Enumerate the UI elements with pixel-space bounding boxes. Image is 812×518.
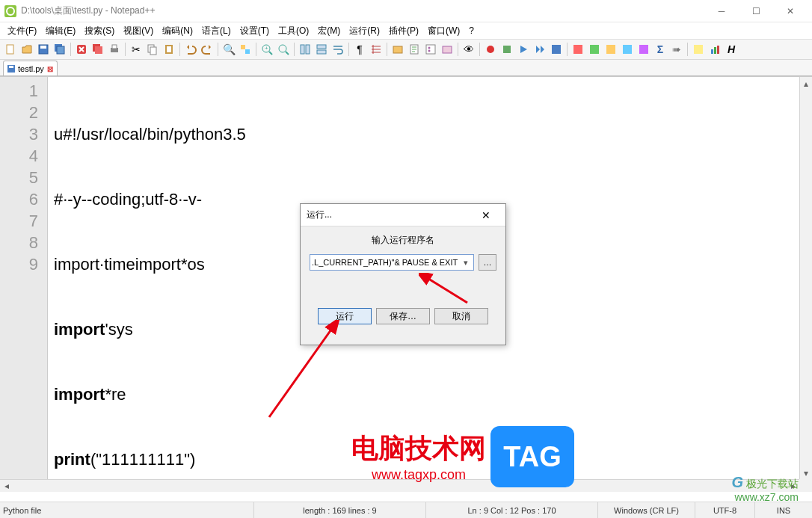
monitor-icon[interactable]: 👁: [461, 42, 476, 57]
find-icon[interactable]: 🔍: [221, 42, 236, 57]
menu-search[interactable]: 搜索(S): [80, 24, 119, 38]
style1-icon[interactable]: [570, 42, 585, 57]
svg-rect-37: [694, 45, 703, 54]
code-line: u#!/usr/local/bin/python3.5: [54, 123, 793, 145]
status-insert-mode[interactable]: INS: [755, 502, 812, 518]
tab-label: testl.py: [18, 64, 44, 73]
watermark2-name: 极光下载站: [746, 478, 799, 490]
chevron-down-icon[interactable]: ▾: [460, 258, 472, 268]
style2-icon[interactable]: [587, 42, 602, 57]
svg-rect-15: [245, 49, 250, 54]
close-file-icon[interactable]: [74, 42, 89, 57]
menu-run[interactable]: 运行(R): [345, 24, 384, 38]
folder-tree-icon[interactable]: [440, 42, 455, 57]
save-run-button[interactable]: 保存…: [376, 308, 430, 324]
folder-panel-icon[interactable]: [390, 42, 405, 57]
fx-icon[interactable]: [691, 42, 706, 57]
menu-help[interactable]: ?: [464, 25, 479, 37]
tab-close-icon[interactable]: ⊠: [46, 65, 54, 73]
menu-encoding[interactable]: 编码(N): [158, 24, 197, 38]
undo-icon[interactable]: [183, 42, 198, 57]
style5-icon[interactable]: [636, 42, 651, 57]
watermark-logo-icon: G: [732, 474, 744, 490]
svg-rect-38: [711, 49, 713, 54]
sync-v-icon[interactable]: [298, 42, 313, 57]
run-button[interactable]: 运行: [318, 308, 372, 324]
record-icon[interactable]: [483, 42, 498, 57]
svg-text:+: +: [265, 45, 268, 52]
menu-macro[interactable]: 宏(M): [313, 24, 345, 38]
scroll-corner: [799, 479, 812, 492]
save-all-icon[interactable]: [52, 42, 67, 57]
cut-icon[interactable]: ✂: [129, 42, 144, 57]
status-filetype: Python file: [0, 502, 254, 518]
menu-settings[interactable]: 设置(T): [236, 24, 274, 38]
svg-rect-35: [623, 45, 632, 54]
stop-icon[interactable]: [499, 42, 514, 57]
line-number: 9: [0, 253, 38, 275]
run-command-combo[interactable]: .L_CURRENT_PATH)"& PAUSE & EXIT ▾: [310, 254, 474, 271]
file-tab[interactable]: testl.py ⊠: [3, 61, 58, 75]
function-list-icon[interactable]: [423, 42, 438, 57]
watermark-tag: TAG: [490, 426, 574, 487]
menu-language[interactable]: 语言(L): [197, 24, 236, 38]
status-bar: Python file length : 169 lines : 9 Ln : …: [0, 502, 812, 518]
svg-rect-33: [590, 45, 599, 54]
play-icon[interactable]: [516, 42, 531, 57]
style4-icon[interactable]: [620, 42, 635, 57]
save-icon[interactable]: [36, 42, 51, 57]
line-number: 1: [0, 80, 38, 102]
convert-case-icon[interactable]: Σ: [653, 42, 668, 57]
svg-rect-36: [639, 45, 648, 54]
scroll-down-icon[interactable]: ▾: [800, 466, 812, 479]
window-titlebar: D:\tools\桌面\testl.py - Notepad++ ─ ☐ ✕: [0, 0, 812, 22]
comment-icon[interactable]: ➠: [669, 42, 684, 57]
new-file-icon[interactable]: [3, 42, 18, 57]
copy-icon[interactable]: [145, 42, 160, 57]
maximize-button[interactable]: ☐: [739, 0, 773, 22]
svg-rect-13: [167, 46, 171, 52]
wrap-icon[interactable]: [330, 42, 345, 57]
status-eol[interactable]: Windows (CR LF): [598, 502, 695, 518]
browse-button[interactable]: …: [479, 254, 496, 271]
scroll-up-icon[interactable]: ▴: [800, 77, 812, 90]
svg-point-29: [487, 46, 494, 53]
dialog-close-button[interactable]: ✕: [473, 206, 499, 224]
watermark-site2: G 极光下载站 www.xz7.com: [732, 474, 799, 503]
open-file-icon[interactable]: [19, 42, 34, 57]
redo-icon[interactable]: [200, 42, 215, 57]
chart-icon[interactable]: [707, 42, 722, 57]
svg-rect-40: [717, 46, 719, 54]
close-button[interactable]: ✕: [773, 0, 808, 22]
doc-map-icon[interactable]: [407, 42, 422, 57]
menu-bar: 文件(F) 编辑(E) 搜索(S) 视图(V) 编码(N) 语言(L) 设置(T…: [0, 22, 812, 39]
indent-guide-icon[interactable]: [369, 42, 384, 57]
save-macro-icon[interactable]: [549, 42, 564, 57]
menu-file[interactable]: 文件(F): [3, 24, 41, 38]
minimize-button[interactable]: ─: [704, 0, 739, 22]
style3-icon[interactable]: [603, 42, 618, 57]
status-encoding[interactable]: UTF-8: [695, 502, 755, 518]
hex-icon[interactable]: H: [724, 42, 739, 57]
svg-rect-30: [503, 46, 511, 53]
sync-h-icon[interactable]: [314, 42, 329, 57]
paste-icon[interactable]: [162, 42, 176, 57]
scroll-left-icon[interactable]: ◂: [0, 480, 13, 492]
svg-rect-19: [301, 45, 304, 54]
close-all-icon[interactable]: [90, 42, 105, 57]
menu-window[interactable]: 窗口(W): [423, 24, 464, 38]
menu-plugins[interactable]: 插件(P): [384, 24, 423, 38]
zoom-out-icon[interactable]: [276, 42, 291, 57]
replace-icon[interactable]: [238, 42, 253, 57]
line-number: 3: [0, 123, 38, 145]
playback-multi-icon[interactable]: [532, 42, 547, 57]
zoom-in-icon[interactable]: +: [259, 42, 274, 57]
menu-tools[interactable]: 工具(O): [274, 24, 313, 38]
show-all-icon[interactable]: ¶: [352, 42, 367, 57]
print-icon[interactable]: [107, 42, 122, 57]
scrollbar-vertical[interactable]: ▴ ▾: [799, 77, 812, 492]
menu-view[interactable]: 视图(V): [119, 24, 158, 38]
cancel-button[interactable]: 取消: [434, 308, 488, 324]
svg-rect-21: [317, 45, 326, 49]
menu-edit[interactable]: 编辑(E): [41, 24, 80, 38]
